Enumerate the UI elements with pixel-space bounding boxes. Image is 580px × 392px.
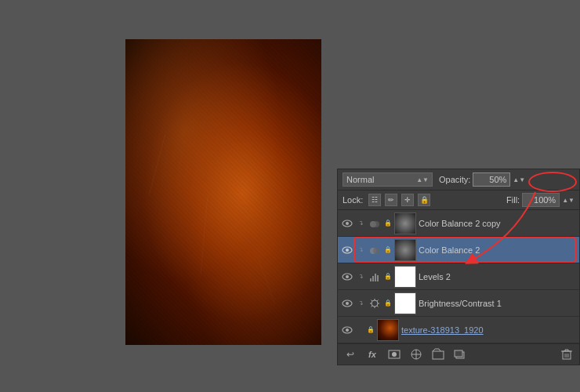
fill-group: Fill: 100% ▲▼ [506, 193, 575, 207]
layer-thumbnail [394, 266, 416, 288]
layer-lock-icon: 🔒 [384, 272, 392, 281]
svg-rect-11 [372, 276, 374, 281]
add-mask-icon[interactable] [386, 347, 402, 362]
opacity-arrow-icon[interactable]: ▲▼ [513, 176, 525, 183]
layer-thumbnail [394, 239, 416, 261]
svg-point-3 [373, 221, 379, 227]
svg-rect-12 [375, 274, 376, 281]
fill-label: Fill: [506, 195, 520, 205]
layer-name: Brightness/Contrast 1 [419, 299, 576, 308]
blend-mode-value: Normal [346, 175, 374, 184]
layer-name: Color Balance 2 [419, 245, 576, 255]
layer-thumbnail [394, 212, 416, 234]
layers-bottom-toolbar: ↩ fx [338, 343, 579, 365]
layer-visibility-icon[interactable] [341, 297, 353, 310]
svg-point-16 [372, 300, 378, 307]
color-balance-adjustment-icon [368, 216, 382, 230]
layer-visibility-icon[interactable] [341, 270, 353, 283]
new-group-icon[interactable] [430, 347, 446, 362]
layer-link-icon: ↴ [356, 270, 365, 283]
layer-link-icon: ↴ [356, 217, 365, 230]
layer-visibility-icon[interactable] [341, 217, 353, 230]
lock-label: Lock: [343, 195, 363, 205]
layer-row[interactable]: ↴ 🔒 Brightness/Contrast 1 [338, 290, 579, 317]
lock-paint-icon[interactable]: ✏ [385, 194, 397, 206]
layer-name: Color Balance 2 copy [419, 219, 576, 228]
svg-point-9 [346, 275, 349, 278]
layer-row[interactable]: 🔒 texture-318913_1920 [338, 317, 579, 343]
brightness-adjustment-icon [368, 296, 382, 310]
blend-opacity-row: Normal ▲▼ Opacity: 50% ▲▼ [338, 169, 579, 191]
layer-visibility-icon[interactable] [341, 244, 353, 256]
layer-link-icon: ↴ [356, 297, 365, 310]
layer-lock-icon: 🔒 [384, 245, 392, 255]
svg-rect-22 [433, 351, 444, 359]
opacity-group: Opacity: 50% ▲▼ [439, 172, 525, 187]
color-balance-adjustment-icon [368, 243, 382, 257]
fill-arrow-icon[interactable]: ▲▼ [562, 197, 575, 204]
lock-position-icon[interactable]: ✛ [401, 194, 414, 206]
lock-checkerboard-icon[interactable]: ☷ [368, 194, 381, 206]
fill-input[interactable]: 100% [522, 193, 560, 207]
blend-mode-arrow-icon: ▲▼ [416, 176, 429, 183]
svg-point-7 [373, 248, 379, 254]
layer-name: texture-318913_1920 [401, 325, 576, 335]
lock-all-icon[interactable]: 🔒 [418, 194, 430, 206]
svg-point-20 [392, 352, 397, 357]
layer-row[interactable]: ↴ 🔒 Color Balance 2 [338, 237, 579, 263]
svg-rect-10 [370, 278, 372, 281]
link-layers-icon[interactable]: ↩ [343, 347, 358, 362]
canvas-area: Normal ▲▼ Opacity: 50% ▲▼ Lock: ☷ ✏ ✛ 🔒 … [0, 0, 580, 392]
canvas-image [125, 39, 321, 345]
svg-point-18 [346, 328, 349, 332]
svg-rect-24 [455, 350, 462, 357]
layer-lock-icon: 🔒 [384, 219, 392, 228]
svg-point-15 [346, 302, 349, 305]
layer-thumbnail [377, 319, 399, 341]
layer-name: Levels 2 [419, 272, 576, 281]
levels-adjustment-icon [368, 270, 382, 284]
lock-fill-row: Lock: ☷ ✏ ✛ 🔒 Fill: 100% ▲▼ [338, 191, 579, 210]
layer-lock-icon: 🔒 [367, 325, 375, 335]
svg-point-5 [346, 249, 349, 252]
layer-thumbnail [394, 292, 416, 314]
layer-visibility-icon[interactable] [341, 324, 353, 336]
opacity-label: Opacity: [439, 175, 470, 184]
new-layer-icon[interactable] [452, 347, 468, 362]
layer-lock-icon: 🔒 [384, 299, 392, 308]
add-adjustment-icon[interactable] [408, 347, 424, 362]
layer-effects-icon[interactable]: fx [364, 347, 380, 362]
layer-link-icon: ↴ [356, 244, 365, 256]
svg-rect-13 [377, 275, 379, 281]
layers-panel: Normal ▲▼ Opacity: 50% ▲▼ Lock: ☷ ✏ ✛ 🔒 … [337, 169, 580, 365]
delete-layer-icon[interactable] [559, 347, 575, 362]
blend-mode-select[interactable]: Normal ▲▼ [343, 172, 433, 187]
opacity-input[interactable]: 50% [473, 172, 510, 187]
layer-row[interactable]: ↴ 🔒 Color Balance 2 copy [338, 210, 579, 237]
layer-row[interactable]: ↴ 🔒 Levels 2 [338, 263, 579, 290]
svg-point-1 [346, 222, 349, 225]
